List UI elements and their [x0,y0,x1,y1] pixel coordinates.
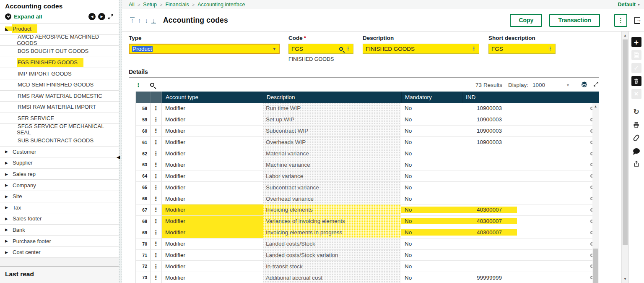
account-type-cell[interactable]: Modifier [162,137,263,148]
tree-item[interactable]: Bank [0,225,119,236]
description-cell[interactable]: Invoicing elements in progress [263,227,401,238]
mandatory-cell[interactable]: No [401,252,462,258]
account-type-cell[interactable]: Modifier [162,216,263,227]
description-cell[interactable]: Invoicing elements [263,204,401,215]
account-type-cell[interactable]: Modifier [162,250,263,261]
row-menu-icon[interactable] [151,159,162,170]
row-menu-icon[interactable] [151,114,162,125]
account-type-cell[interactable]: Modifier [162,193,263,204]
mandatory-cell[interactable]: No [401,139,462,145]
column-header-account-type[interactable]: Account type [162,92,263,103]
breadcrumb-link-all[interactable]: All [129,2,135,8]
tree-item[interactable]: Site [0,191,119,202]
mandatory-cell[interactable]: No [401,218,462,224]
description-cell[interactable]: Subcontract WIP [263,126,401,136]
row-menu-icon[interactable] [151,216,162,227]
ind-cell[interactable]: 99999999 [462,275,584,281]
description-cell[interactable]: Run time WIP [263,103,401,114]
mandatory-cell[interactable]: No [401,184,462,191]
share-button[interactable] [631,159,641,169]
mandatory-cell[interactable]: No [401,105,462,111]
delete-button[interactable] [631,76,641,86]
last-record-icon[interactable]: ↓ [150,17,157,24]
mandatory-cell[interactable]: No [401,128,462,134]
main-scrollbar[interactable]: ▲ ▼ [621,31,628,283]
breadcrumb-link-setup[interactable]: Setup [143,2,157,8]
tree-item[interactable]: SUB SUBCONTRACT GOODS [0,135,119,147]
type-select[interactable]: Product ▾ [129,44,280,54]
breadcrumb-link-accounting-interface[interactable]: Accounting interface [197,2,245,8]
mandatory-cell[interactable]: No [401,207,462,213]
lookup-icon[interactable] [339,46,343,52]
mandatory-cell[interactable]: No [401,241,462,247]
account-type-cell[interactable]: Modifier [162,261,263,272]
account-type-cell[interactable]: Modifier [162,182,263,193]
account-type-cell[interactable]: Modifier [162,170,263,181]
print-button[interactable] [631,120,641,130]
ind-cell[interactable]: 40300007 [462,207,584,213]
row-menu-icon[interactable] [151,126,162,136]
tree-item[interactable]: Supplier [0,157,119,169]
field-options-icon[interactable] [548,46,553,51]
column-header-description[interactable]: Description [263,92,401,103]
account-type-cell[interactable]: Modifier [162,103,263,114]
account-type-cell[interactable]: Modifier [162,238,263,249]
expand-all-button[interactable]: Expand all [5,13,42,20]
prev-record-circle-icon[interactable]: ◀ [88,13,96,20]
collapse-sidebar-icon[interactable]: ◀ [117,155,120,160]
description-cell[interactable]: Overhead variance [263,193,401,204]
mandatory-cell[interactable]: No [401,173,462,179]
logout-icon[interactable] [634,17,640,24]
grid-menu-icon[interactable] [135,81,141,88]
account-type-cell[interactable]: Modifier [162,204,263,215]
ind-cell[interactable]: 10900003 [462,105,584,111]
tree-item[interactable]: Tax [0,202,119,214]
ind-cell[interactable]: 10900003 [462,139,584,145]
description-cell[interactable]: Subcontract variance [263,182,401,193]
grid-scrollbar[interactable]: ▲ [592,103,599,283]
tree-item[interactable]: IMP IMPORT GOODS [0,68,119,79]
description-cell[interactable]: Material variance [263,148,401,159]
chevron-down-icon[interactable]: ▾ [567,83,569,87]
account-type-cell[interactable]: Modifier [162,114,263,125]
comment-button[interactable] [631,146,641,156]
mandatory-cell[interactable]: No [401,229,462,236]
row-menu-icon[interactable] [151,137,162,148]
account-type-cell[interactable]: Modifier [162,159,263,170]
account-type-cell[interactable]: Modifier [162,148,263,159]
breadcrumb-link-financials[interactable]: Financials [165,2,189,8]
grid-scrollbar-thumb[interactable] [593,249,598,283]
refresh-button[interactable]: ↻ [631,107,641,117]
first-record-icon[interactable]: ↑ [129,17,136,24]
description-cell[interactable]: Labor variance [263,170,401,181]
account-type-cell[interactable]: Modifier [162,227,263,238]
mandatory-cell[interactable]: No [401,116,462,123]
tree-item[interactable]: FGS FINISHED GOODS [0,57,119,68]
ind-cell[interactable]: 10900003 [462,116,584,123]
attachment-button[interactable] [631,133,641,143]
tree-item[interactable]: Purchase footer [0,236,119,247]
field-options-icon[interactable] [471,46,476,51]
tree-item[interactable]: Company [0,180,119,191]
sidebar-resize-handle[interactable]: ◀ [119,0,122,283]
row-menu-icon[interactable] [151,272,162,283]
next-record-icon[interactable]: ↓ [143,17,150,24]
mandatory-cell[interactable]: No [401,275,462,281]
account-type-cell[interactable]: Modifier [162,272,263,283]
mandatory-cell[interactable]: No [401,196,462,202]
description-cell[interactable]: Overheads WIP [263,137,401,148]
description-cell[interactable]: Machine variance [263,159,401,170]
row-menu-icon[interactable] [151,204,162,215]
field-options-icon[interactable] [345,46,351,51]
new-record-button[interactable]: + [631,37,641,47]
profile-selector[interactable]: Default ▾ [618,2,640,8]
previous-record-icon[interactable]: ↑ [136,17,143,24]
main-scrollbar-thumb[interactable] [623,39,628,245]
row-menu-icon[interactable] [151,261,162,272]
more-actions-button[interactable] [614,14,627,27]
expand-grid-icon[interactable] [593,81,599,88]
description-cell[interactable]: Landed costs/Stock variation [263,250,401,261]
row-menu-icon[interactable] [151,170,162,181]
tree-item[interactable]: RMS RAW MATERIAL DOMESTIC [0,91,119,102]
layers-icon[interactable] [581,81,588,89]
